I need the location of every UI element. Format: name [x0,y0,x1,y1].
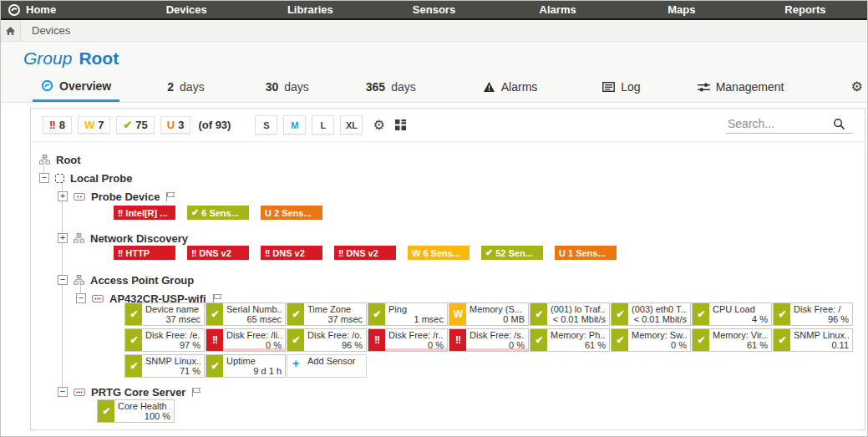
device-core-server-label[interactable]: PRTG Core Server [91,386,185,399]
view-options-button[interactable]: ⚙ [373,119,384,132]
sensor-tile-body: Uptime9 d 1 h [223,355,285,377]
tab-management[interactable]: Management [689,72,793,102]
count-chip-down[interactable]: !! 8 [43,116,72,134]
sensor-tile[interactable]: ✔Disk Free: /o...96 % [287,328,367,352]
sensor-tile[interactable]: ✔SNMP Linux...71 % [124,354,205,378]
flag-icon[interactable] [165,191,175,201]
group-hierarchy-icon [39,155,50,165]
sensor-tile[interactable]: ✔(001) lo Traf...< 0.01 Mbit/s [530,302,610,326]
tab-settings[interactable]: ⚙ Settings [842,72,868,102]
sensor-name: SNMP Linux... [145,356,201,366]
group-access-point-label[interactable]: Access Point Group [90,274,194,287]
nav-item-libraries[interactable]: Libraries [248,3,372,16]
sensor-pill[interactable]: !!DNS v2 [334,246,396,260]
search-input[interactable] [726,116,833,131]
size-button-s[interactable]: S [255,115,277,135]
tab-30-days[interactable]: 30 days [257,72,317,102]
nav-item-sensors[interactable]: Sensors [372,3,495,16]
sensor-name: Memory: Sw... [632,330,687,340]
collapse-toggle[interactable]: − [58,275,68,285]
status-icon: ✔ [368,303,385,325]
nav-item-devices[interactable]: Devices [124,3,248,16]
tab-365-days[interactable]: 365 days [358,72,424,102]
group-root-label[interactable]: Root [56,154,81,166]
sensor-tile[interactable]: ✔SNMP Linux...0.11 [773,328,853,352]
sensor-pill[interactable]: !!HTTP [114,246,175,260]
expand-toggle[interactable]: + [58,191,68,201]
sensor-tile[interactable]: ✔Time Zone37 msec [287,302,367,326]
tree-row-network-discovery: + Network Discovery [58,231,188,245]
group-network-discovery-label[interactable]: Network Discovery [90,232,188,245]
sensor-tile-body: Disk Free: /s...0 % [466,329,528,351]
status-icon: W [449,303,466,325]
size-button-xl[interactable]: XL [340,115,363,135]
tiles-view-button[interactable] [395,119,406,130]
sensor-tile[interactable]: !!Disk Free: /r...0 % [368,328,448,352]
sensor-tile-body: Disk Free: /o...96 % [304,329,366,351]
nav-item-home[interactable]: Home [1,3,124,17]
nav-label-home: Home [26,3,56,16]
home-button[interactable] [1,20,21,41]
nav-item-alarms[interactable]: Alarms [496,3,620,16]
expand-toggle[interactable]: + [58,233,68,243]
sensor-name: Disk Free: /li... [226,330,282,340]
sensor-pill[interactable]: U1 Sens... [555,246,617,260]
count-chip-unusual[interactable]: U 3 [160,116,191,134]
collapse-toggle[interactable]: − [39,173,49,183]
sensor-tile[interactable]: ✔Core Health ...100 % [97,399,175,423]
tab-overview[interactable]: Overview [33,72,119,102]
probe-device-sensor-pills: !!Intel[R] ...✔6 Sens...U2 Sens... [114,206,322,220]
sensor-pill[interactable]: !!DNS v2 [187,246,249,260]
tab-log[interactable]: Log [594,72,648,102]
add-sensor-label: Add Sensor [304,355,366,377]
sensor-tile[interactable]: ✔Device name37 msec [124,302,205,326]
sensor-tile-body: Serial Numb...65 msec [223,303,285,325]
sensor-tile[interactable]: ✔(003) eth0 T...< 0.01 Mbit/s [611,302,691,326]
count-chip-warning[interactable]: W 7 [78,116,111,134]
sensor-tile[interactable]: ✔Uptime9 d 1 h [206,354,286,378]
down-count: 8 [59,119,65,131]
sensor-tile[interactable]: ✔Disk Free: /96 % [773,302,853,326]
sensor-tile[interactable]: ✔Memory: Sw...0 % [611,328,691,352]
count-chip-up[interactable]: ✔ 75 [116,116,154,134]
device-probe-device-label[interactable]: Probe Device [91,191,160,203]
overview-gauge-icon [41,79,53,92]
tab-2-days[interactable]: 2 days [159,72,212,102]
sensor-tile[interactable]: !!Disk Free: /s...0 % [449,328,529,352]
sensor-tile[interactable]: ✔Memory: Vir...61 % [692,328,772,352]
tab-alarms[interactable]: Alarms [475,72,546,102]
probe-local-probe-label[interactable]: Local Probe [70,172,132,185]
sensor-pill[interactable]: !!Intel[R] ... [114,206,175,220]
search-box [726,116,853,134]
flag-icon[interactable] [191,387,201,397]
add-sensor-button[interactable]: +Add Sensor [287,354,367,378]
status-icon: !! [206,329,223,351]
sensor-pill[interactable]: W6 Sens... [408,246,470,260]
sensor-tile[interactable]: !!Disk Free: /li...0 % [206,328,286,352]
sensor-tile[interactable]: ✔Serial Numb...65 msec [206,302,286,326]
sensor-pill[interactable]: ✔52 Sen... [481,246,543,260]
sensor-name: Memory: Vir... [713,330,768,340]
sensor-tile[interactable]: ✔CPU Load4 % [692,302,772,326]
gear-dashed-icon: ⚙ [373,119,384,132]
breadcrumb-item-devices[interactable]: Devices [21,24,70,37]
sensor-pill[interactable]: !!DNS v2 [261,246,322,260]
status-icon: ✔ [125,303,142,325]
sensor-tile[interactable]: WMemory (S...0 MB [449,302,529,326]
nav-item-reports[interactable]: Reports [744,3,867,16]
collapse-toggle[interactable]: − [58,387,68,397]
status-icon: ✔ [693,303,709,325]
size-button-m[interactable]: M [283,115,306,135]
search-icon[interactable] [833,118,845,130]
sensor-value: < 0.01 Mbit/s [551,314,606,324]
sensor-tile[interactable]: ✔Memory: Ph...61 % [530,328,610,352]
home-icon [5,26,16,36]
nav-item-maps[interactable]: Maps [620,3,744,16]
sensor-pill[interactable]: ✔6 Sens... [187,206,249,220]
gear-icon: ⚙ [850,80,862,94]
sensor-tile[interactable]: ✔Ping1 msec [368,302,448,326]
sensor-tile[interactable]: ✔Disk Free: /e...97 % [124,328,205,352]
sensor-pill[interactable]: U2 Sens... [261,206,322,220]
size-button-l[interactable]: L [312,115,334,135]
collapse-toggle[interactable]: − [76,293,86,303]
